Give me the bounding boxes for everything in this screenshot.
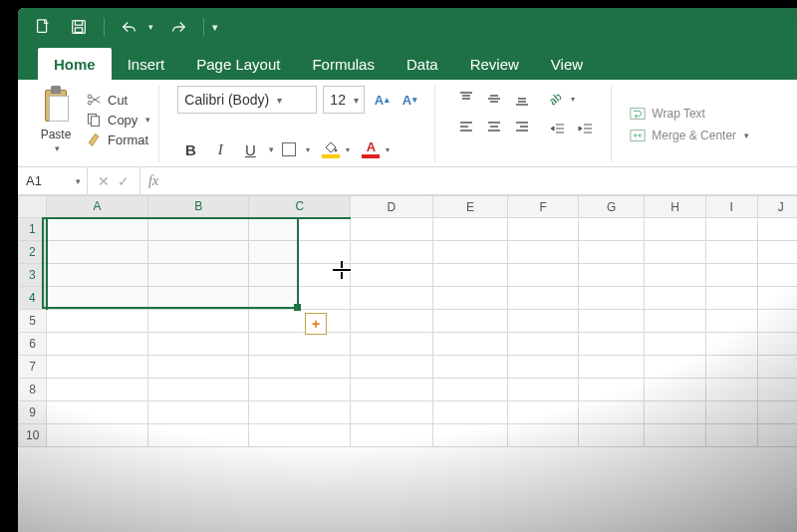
chevron-down-icon: ▾ (76, 176, 81, 186)
orientation-icon: ab (547, 90, 564, 107)
decrease-font-size-button[interactable]: A▾ (398, 88, 420, 112)
italic-button[interactable]: I (207, 136, 233, 162)
copy-label: Copy (108, 113, 137, 128)
worksheet-grid[interactable]: A B C D E F G H I J 1 (18, 195, 797, 532)
chevron-down-icon: ▾ (354, 95, 359, 106)
increase-indent-button[interactable] (573, 116, 599, 141)
tab-page-layout[interactable]: Page Layout (180, 48, 296, 80)
row-header[interactable]: 2 (19, 241, 47, 264)
accept-formula-button[interactable]: ✓ (118, 173, 130, 189)
border-icon (282, 142, 296, 156)
col-header[interactable]: H (645, 196, 705, 218)
name-box[interactable]: A1 ▾ (18, 167, 88, 194)
format-painter-button[interactable]: Format (86, 132, 150, 147)
formula-input[interactable] (166, 167, 797, 194)
col-header[interactable]: F (508, 196, 579, 218)
font-size-value: 12 (330, 92, 346, 108)
excel-window: ▾ ▾ Home Insert Page Layout Formulas Dat… (18, 8, 797, 532)
increase-font-size-button[interactable]: A▴ (371, 88, 393, 112)
align-center-button[interactable] (481, 114, 507, 139)
font-color-icon: A (362, 140, 380, 158)
align-bottom-button[interactable] (509, 86, 535, 112)
row-header[interactable]: 5 (19, 310, 47, 333)
merge-center-label: Merge & Center (652, 129, 736, 142)
copy-button[interactable]: Copy ▾ (86, 112, 150, 128)
row-header[interactable]: 4 (19, 287, 47, 310)
svg-point-5 (88, 95, 92, 99)
chevron-down-icon: ▾ (277, 95, 282, 106)
row-header[interactable]: 8 (19, 379, 47, 401)
font-size-combo[interactable]: 12 ▾ (323, 86, 365, 114)
col-header[interactable]: B (147, 196, 249, 218)
col-header[interactable]: E (432, 196, 508, 218)
new-file-icon[interactable] (32, 16, 54, 38)
svg-rect-9 (631, 108, 645, 119)
tab-insert[interactable]: Insert (112, 48, 181, 80)
cancel-formula-button[interactable]: ✕ (98, 173, 110, 189)
row-header[interactable]: 9 (19, 401, 47, 424)
copy-dropdown-icon[interactable]: ▾ (145, 115, 150, 125)
group-clipboard: Paste ▾ Cut Copy ▾ (28, 86, 159, 162)
paste-button[interactable]: Paste ▾ (36, 86, 76, 153)
formula-bar-row: A1 ▾ ✕ ✓ fx (18, 167, 797, 195)
align-top-button[interactable] (453, 86, 479, 112)
fill-color-button[interactable]: ▾ (318, 136, 354, 162)
col-header[interactable]: I (705, 196, 757, 218)
underline-button[interactable]: U (237, 136, 263, 162)
plus-icon: + (312, 317, 320, 331)
tab-home[interactable]: Home (38, 48, 112, 80)
name-box-value: A1 (26, 173, 42, 188)
font-name-combo[interactable]: Calibri (Body) ▾ (177, 86, 317, 114)
row-header[interactable]: 3 (19, 264, 47, 287)
svg-rect-2 (75, 21, 82, 26)
paste-icon (41, 86, 71, 126)
col-header[interactable]: G (579, 196, 645, 218)
undo-dropdown-icon[interactable]: ▾ (148, 22, 153, 32)
row-header[interactable]: 10 (19, 424, 47, 447)
svg-point-8 (335, 148, 338, 151)
copy-icon (86, 112, 102, 128)
font-color-button[interactable]: A ▾ (358, 136, 394, 162)
format-label: Format (108, 133, 148, 147)
tab-review[interactable]: Review (454, 48, 535, 80)
align-middle-button[interactable] (481, 86, 507, 112)
select-all-corner[interactable] (19, 196, 47, 218)
save-icon[interactable] (68, 16, 90, 38)
underline-dropdown-icon[interactable]: ▾ (269, 144, 274, 154)
tab-data[interactable]: Data (391, 48, 454, 80)
borders-button[interactable]: ▾ (278, 136, 314, 162)
tab-formulas[interactable]: Formulas (296, 48, 391, 80)
align-right-button[interactable] (509, 114, 535, 139)
ribbon-tabs: Home Insert Page Layout Formulas Data Re… (18, 46, 797, 80)
customize-qat-icon[interactable]: ▾ (212, 21, 218, 34)
row-header[interactable]: 1 (19, 218, 47, 241)
merge-center-button[interactable]: Merge & Center ▾ (630, 129, 749, 142)
paste-options-button[interactable]: + (305, 313, 327, 335)
col-header[interactable]: A (47, 196, 148, 218)
col-header[interactable]: D (351, 196, 433, 218)
undo-icon[interactable] (119, 16, 140, 38)
quick-access-toolbar: ▾ ▾ (18, 8, 797, 46)
cut-button[interactable]: Cut (86, 92, 150, 108)
fx-icon[interactable]: fx (140, 173, 166, 189)
paste-dropdown-icon[interactable]: ▾ (55, 143, 60, 153)
bucket-icon (322, 141, 340, 158)
decrease-indent-button[interactable] (545, 116, 571, 141)
tab-view[interactable]: View (535, 48, 599, 80)
bold-button[interactable]: B (177, 136, 203, 162)
align-left-button[interactable] (453, 114, 479, 139)
cells-table[interactable]: A B C D E F G H I J 1 (18, 195, 797, 447)
merge-dropdown-icon[interactable]: ▾ (744, 131, 749, 140)
redo-icon[interactable] (167, 16, 189, 38)
orientation-button[interactable]: ab ▾ (545, 86, 579, 112)
col-header[interactable]: J (757, 196, 797, 218)
svg-rect-10 (631, 130, 645, 140)
wrap-text-button[interactable]: Wrap Text (630, 107, 749, 121)
svg-rect-7 (92, 117, 100, 127)
paintbrush-icon (86, 132, 102, 147)
row-header[interactable]: 6 (19, 333, 47, 356)
row-header[interactable]: 7 (19, 356, 47, 379)
col-header[interactable]: C (249, 196, 351, 218)
formula-controls: ✕ ✓ (88, 167, 140, 194)
separator (203, 18, 204, 36)
